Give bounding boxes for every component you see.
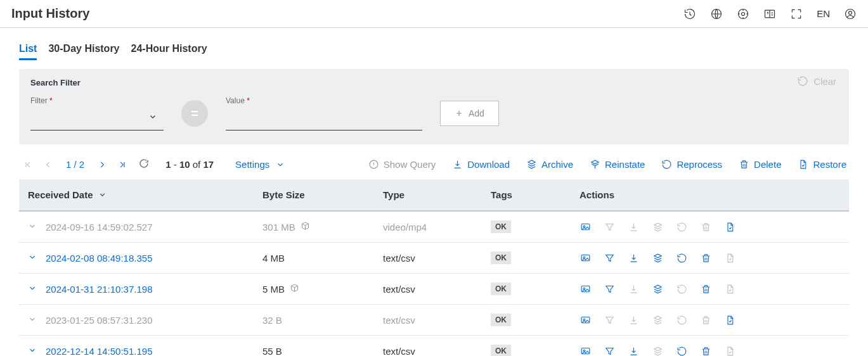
row-view-icon[interactable]	[580, 345, 591, 356]
app-header: Input History EN	[0, 0, 868, 28]
pager-prev	[42, 160, 55, 169]
status-badge: OK	[491, 220, 511, 233]
row-archive-icon[interactable]	[652, 283, 663, 295]
col-byte-size[interactable]: Byte Size	[254, 179, 374, 211]
row-archive-icon[interactable]	[652, 252, 663, 264]
row-filter-icon[interactable]	[604, 345, 615, 356]
filter-select[interactable]	[30, 105, 164, 130]
page-indicator: 1 / 2	[66, 159, 84, 170]
help-icon[interactable]	[763, 8, 776, 20]
add-label: Add	[469, 108, 484, 118]
table-header-row: Received Date Byte Size Type Tags Action…	[19, 179, 849, 211]
byte-size-cell: 55 B	[254, 336, 374, 357]
row-restore-icon[interactable]	[724, 221, 735, 232]
row-archive-icon	[652, 345, 663, 356]
pager-last[interactable]	[116, 160, 129, 169]
search-filter-panel: Search Filter Clear Filter * = Value * A…	[19, 69, 849, 144]
expand-row-icon[interactable]	[28, 222, 37, 232]
byte-size-cell: 32 B	[254, 305, 374, 336]
row-restore-icon	[724, 345, 735, 356]
history-icon[interactable]	[683, 8, 696, 20]
expand-row-icon[interactable]	[28, 253, 37, 264]
received-date-link[interactable]: 2024-02-08 08:49:18.355	[46, 253, 152, 264]
row-view-icon[interactable]	[580, 283, 591, 295]
filter-panel-title: Search Filter	[30, 78, 838, 87]
refresh-button[interactable]	[139, 158, 149, 170]
row-restore-icon	[724, 252, 735, 264]
received-date-link[interactable]: 2023-01-25 08:57:31.230	[46, 315, 152, 326]
globe-icon[interactable]	[710, 8, 723, 20]
byte-size-cell: 4 MB	[254, 243, 374, 274]
byte-size-cell: 5 MB	[254, 274, 374, 305]
settings-button[interactable]: Settings	[235, 159, 285, 170]
row-download-icon[interactable]	[628, 345, 639, 356]
archive-button[interactable]: Archive	[526, 159, 573, 170]
type-cell: text/csv	[374, 336, 482, 357]
status-badge: OK	[491, 345, 511, 356]
reinstate-button[interactable]: Reinstate	[590, 159, 645, 170]
type-cell: video/mp4	[374, 211, 482, 243]
row-delete-icon[interactable]	[700, 345, 711, 356]
expand-row-icon[interactable]	[28, 284, 37, 295]
add-filter-button[interactable]: Add	[440, 101, 499, 126]
expand-row-icon[interactable]	[28, 315, 37, 326]
received-date-link[interactable]: 2024-09-16 14:59:02.527	[46, 222, 152, 232]
delete-button[interactable]: Delete	[739, 159, 781, 170]
col-type[interactable]: Type	[374, 179, 482, 211]
tab-24hour[interactable]: 24-Hour History	[131, 39, 207, 60]
row-download-icon[interactable]	[628, 252, 639, 264]
reprocess-button[interactable]: Reprocess	[661, 159, 722, 170]
tab-30day[interactable]: 30-Day History	[48, 39, 119, 60]
row-view-icon[interactable]	[580, 314, 591, 326]
row-reprocess-icon[interactable]	[676, 345, 687, 356]
col-actions: Actions	[571, 179, 849, 211]
byte-size-cell: 301 MB	[254, 211, 374, 243]
row-archive-icon	[652, 221, 663, 232]
pager-first	[22, 160, 34, 169]
package-icon	[301, 222, 310, 232]
row-delete-icon[interactable]	[700, 252, 711, 264]
language-selector[interactable]: EN	[817, 8, 830, 19]
row-delete-icon[interactable]	[700, 283, 711, 295]
value-label: Value	[226, 96, 245, 105]
table-row: 2024-02-08 08:49:18.3554 MBtext/csvOK	[19, 243, 849, 274]
download-button[interactable]: Download	[452, 159, 510, 170]
support-icon[interactable]	[737, 8, 749, 20]
received-date-link[interactable]: 2022-12-14 14:50:51.195	[46, 346, 152, 357]
tab-bar: List 30-Day History 24-Hour History	[19, 39, 849, 60]
row-filter-icon	[604, 221, 615, 232]
row-delete-icon	[700, 314, 711, 326]
row-filter-icon	[604, 314, 615, 326]
user-icon[interactable]	[844, 8, 857, 20]
tab-list[interactable]: List	[19, 39, 37, 60]
row-restore-icon	[724, 283, 735, 295]
expand-row-icon[interactable]	[28, 346, 37, 357]
clear-filter-button[interactable]: Clear	[797, 75, 836, 87]
col-received-date[interactable]: Received Date	[19, 179, 254, 211]
row-filter-icon[interactable]	[604, 283, 615, 295]
show-query-button[interactable]: Show Query	[368, 159, 436, 170]
clear-label: Clear	[813, 76, 836, 87]
input-history-table: Received Date Byte Size Type Tags Action…	[19, 179, 849, 356]
row-restore-icon[interactable]	[724, 314, 735, 326]
fullscreen-icon[interactable]	[790, 8, 803, 20]
type-cell: text/csv	[374, 305, 482, 336]
restore-button[interactable]: Restore	[798, 159, 846, 170]
row-view-icon[interactable]	[580, 221, 591, 232]
operator-button[interactable]: =	[181, 100, 208, 127]
type-cell: text/csv	[374, 243, 482, 274]
row-filter-icon[interactable]	[604, 252, 615, 264]
row-delete-icon	[700, 221, 711, 232]
row-reprocess-icon[interactable]	[676, 252, 687, 264]
row-reprocess-icon	[676, 314, 687, 326]
type-cell: text/csv	[374, 274, 482, 305]
svg-point-2	[742, 12, 745, 15]
row-reprocess-icon	[676, 221, 687, 232]
value-input[interactable]	[226, 105, 422, 130]
package-icon	[290, 284, 299, 295]
received-date-link[interactable]: 2024-01-31 21:10:37.198	[46, 284, 152, 295]
pager-next[interactable]	[96, 160, 108, 169]
status-badge: OK	[491, 251, 511, 264]
col-tags[interactable]: Tags	[482, 179, 571, 211]
row-view-icon[interactable]	[580, 252, 591, 264]
